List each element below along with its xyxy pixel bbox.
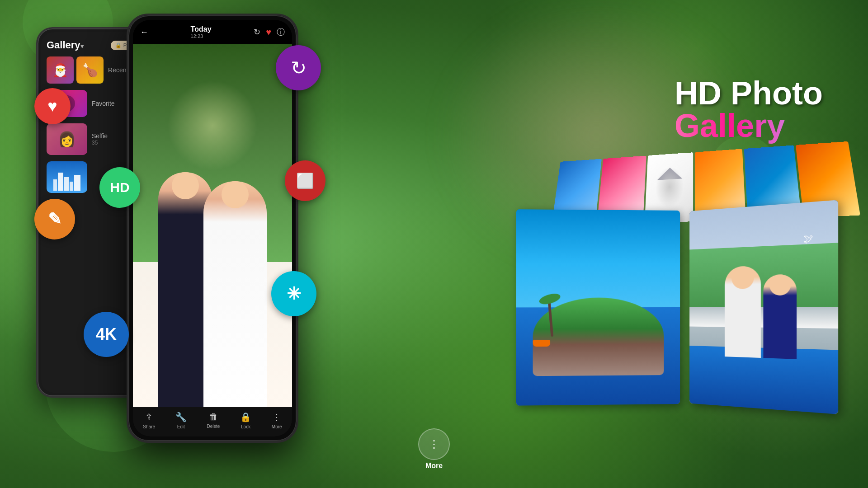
island-shape <box>533 298 664 376</box>
share-label: Share <box>143 424 155 429</box>
share-icon: ⇪ <box>145 412 153 422</box>
fourk-fab[interactable]: 4K <box>84 312 129 357</box>
phone-center-screen: ← Today 12:23 ↻ ♥ ⓘ <box>133 20 292 436</box>
groom-head <box>172 172 199 199</box>
back-button[interactable]: ← <box>140 28 148 37</box>
more-dots-icon: ⋮ <box>272 412 281 422</box>
more-text: More <box>425 462 443 470</box>
phone-center: ← Today 12:23 ↻ ♥ ⓘ <box>127 14 298 443</box>
photo-title-group: Today 12:23 <box>191 25 212 39</box>
app-title-display: HD Photo Gallery <box>675 77 823 142</box>
title-hd-word: HD <box>675 75 731 111</box>
photo-toolbar: ⇪ Share 🔧 Edit 🗑 Delete 🔒 Lock ⋮ Mo <box>133 407 292 436</box>
phone-center-frame: ← Today 12:23 ↻ ♥ ⓘ <box>127 14 298 443</box>
favorite-label: Favorite <box>92 100 115 107</box>
cube-main-left-photo <box>516 209 680 406</box>
photo-cube: 🕊 <box>511 145 850 416</box>
edit-icon: 🔧 <box>175 412 187 422</box>
recent-thumbs: 🎅 🍗 <box>47 56 104 84</box>
photo-viewer-header: ← Today 12:23 ↻ ♥ ⓘ <box>133 20 292 44</box>
head-2 <box>769 274 790 296</box>
wedding-couple <box>133 172 292 407</box>
brightness-fab-icon: ✳ <box>287 284 301 304</box>
photo-time: 12:23 <box>191 33 212 39</box>
more-circle[interactable]: ⋮ <box>418 428 450 460</box>
hd-fab[interactable]: HD <box>99 167 140 208</box>
more-button[interactable]: ⋮ More <box>272 412 282 429</box>
bride-head <box>222 181 249 208</box>
title-photo-word: Photo <box>731 75 823 111</box>
refresh-fab-icon: ↻ <box>291 57 307 79</box>
heart-fab-icon: ♥ <box>47 97 57 116</box>
title-gallery-word: Gallery <box>675 108 785 144</box>
delete-icon: 🗑 <box>209 412 218 422</box>
head-1 <box>731 266 754 289</box>
city-thumb <box>47 161 87 193</box>
recent-thumb-1: 🎅 <box>47 56 74 84</box>
lock-label: Lock <box>241 424 250 429</box>
edit-fab[interactable]: ✎ <box>34 199 75 239</box>
more-indicator[interactable]: ⋮ More <box>418 428 450 470</box>
selfie-info: Selfie 35 <box>92 132 108 146</box>
selfie-thumb: 👩 <box>47 123 87 155</box>
couple-figures <box>725 264 797 359</box>
more-label: More <box>272 424 282 429</box>
heart-icon[interactable]: ♥ <box>266 27 271 38</box>
gallery-app-title[interactable]: Gallery▾ <box>47 39 84 51</box>
screenshot-fab[interactable]: ⬜ <box>285 160 326 201</box>
photo-title: Today <box>191 25 212 33</box>
person-2 <box>763 274 797 359</box>
delete-button[interactable]: 🗑 Delete <box>207 412 220 429</box>
person-1 <box>725 266 761 358</box>
info-icon[interactable]: ⓘ <box>277 27 285 38</box>
screenshot-fab-icon: ⬜ <box>296 172 314 189</box>
brightness-fab[interactable]: ✳ <box>271 271 316 316</box>
edit-fab-icon: ✎ <box>48 210 61 229</box>
boat <box>533 340 551 347</box>
refresh-icon[interactable]: ↻ <box>254 27 260 37</box>
lock-icon: 🔒 <box>240 412 251 422</box>
wedding-photo <box>133 44 292 407</box>
edit-label: Edit <box>177 424 185 429</box>
refresh-fab[interactable]: ↻ <box>276 45 321 90</box>
hd-fab-text: HD <box>110 180 129 195</box>
favorites-fab[interactable]: ♥ <box>34 88 71 124</box>
bride-figure <box>203 181 267 407</box>
light-bokeh <box>167 80 258 171</box>
cube-main: 🕊 <box>518 203 856 420</box>
more-dots: ⋮ <box>429 438 439 450</box>
recent-thumb-2: 🍗 <box>76 56 104 84</box>
bird-icon: 🕊 <box>804 233 814 244</box>
header-action-icons: ↻ ♥ ⓘ <box>254 27 285 38</box>
lock-button[interactable]: 🔒 Lock <box>240 412 251 429</box>
cube-main-right-photo: 🕊 <box>689 200 838 414</box>
fourk-fab-text: 4K <box>96 325 117 344</box>
recent-label: Recent <box>108 66 128 74</box>
delete-label: Delete <box>207 424 220 429</box>
share-button[interactable]: ⇪ Share <box>143 412 155 429</box>
edit-button[interactable]: 🔧 Edit <box>175 412 187 429</box>
